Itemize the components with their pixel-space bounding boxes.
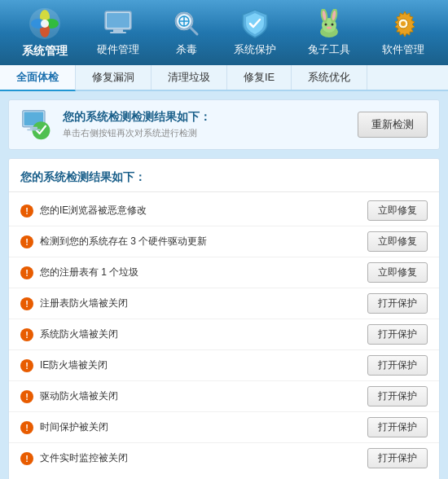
tab-repair-leak[interactable]: 修复漏洞 — [76, 65, 152, 90]
tab-sys-optimize[interactable]: 系统优化 — [292, 65, 367, 90]
result-left-8: ! 时间保护被关闭 — [20, 420, 108, 434]
nav-software[interactable]: 软件管理 — [382, 8, 424, 57]
nav-kill-label: 杀毒 — [176, 42, 197, 57]
summary-left: 您的系统检测检测结果如下： 单击右侧按钮再次对系统进行检测 — [20, 108, 211, 141]
summary-computer-icon — [20, 108, 53, 141]
nav-rabbit-label: 兔子工具 — [308, 42, 350, 57]
result-text-9: 文件实时监控被关闭 — [40, 451, 128, 465]
nav-kill[interactable]: 杀毒 — [171, 8, 202, 57]
summary-sub-text: 单击右侧按钮再次对系统进行检测 — [63, 127, 211, 139]
action-btn-4[interactable]: 打开保护 — [367, 293, 428, 314]
result-row-4: ! 注册表防火墙被关闭 打开保护 — [9, 288, 439, 319]
alert-icon-1: ! — [20, 204, 33, 218]
summary-main-text: 您的系统检测检测结果如下： — [63, 110, 211, 125]
result-row-9: ! 文件实时监控被关闭 打开保护 — [9, 443, 439, 473]
result-row-2: ! 检测到您的系统存在 3 个硬件驱动更新 立即修复 — [9, 226, 439, 257]
summary-text: 您的系统检测检测结果如下： 单击右侧按钮再次对系统进行检测 — [63, 110, 211, 139]
result-left-2: ! 检测到您的系统存在 3 个硬件驱动更新 — [20, 235, 207, 248]
alert-icon-3: ! — [20, 266, 33, 279]
recheck-button[interactable]: 重新检测 — [358, 112, 428, 138]
results-title: 您的系统检测结果如下： — [9, 167, 439, 192]
alert-icon-9: ! — [20, 452, 33, 465]
nav-hardware[interactable]: 硬件管理 — [97, 8, 139, 57]
svg-point-26 — [401, 21, 406, 26]
logo-icon — [28, 7, 62, 41]
nav-protect-label: 系统保护 — [234, 42, 276, 57]
tab-repair-ie[interactable]: 修复IE — [227, 65, 292, 90]
result-text-2: 检测到您的系统存在 3 个硬件驱动更新 — [40, 235, 207, 248]
result-text-6: IE防火墙被关闭 — [40, 358, 108, 372]
svg-point-5 — [41, 20, 49, 28]
result-text-8: 时间保护被关闭 — [40, 420, 108, 434]
svg-rect-30 — [30, 127, 37, 130]
result-row-8: ! 时间保护被关闭 打开保护 — [9, 412, 439, 443]
result-text-7: 驱动防火墙被关闭 — [40, 389, 118, 403]
result-text-1: 您的IE浏览器被恶意修改 — [40, 204, 147, 218]
action-btn-2[interactable]: 立即修复 — [367, 231, 428, 252]
gear-icon — [388, 8, 419, 39]
result-row-7: ! 驱动防火墙被关闭 打开保护 — [9, 381, 439, 412]
monitor-icon — [103, 8, 134, 39]
top-navigation-bar: 系统管理 硬件管理 — [0, 0, 448, 65]
alert-icon-5: ! — [20, 328, 33, 341]
action-btn-5[interactable]: 打开保护 — [367, 324, 428, 345]
result-left-1: ! 您的IE浏览器被恶意修改 — [20, 204, 147, 218]
svg-point-24 — [327, 27, 332, 29]
alert-icon-4: ! — [20, 297, 33, 310]
alert-icon-7: ! — [20, 390, 33, 403]
action-btn-1[interactable]: 立即修复 — [367, 200, 428, 221]
alert-icon-8: ! — [20, 421, 33, 434]
action-btn-6[interactable]: 打开保护 — [367, 355, 428, 376]
svg-point-22 — [324, 24, 327, 26]
result-left-5: ! 系统防火墙被关闭 — [20, 327, 118, 341]
result-row-5: ! 系统防火墙被关闭 打开保护 — [9, 319, 439, 350]
tabs-bar: 全面体检 修复漏洞 清理垃圾 修复IE 系统优化 — [0, 65, 448, 91]
result-text-4: 注册表防火墙被关闭 — [40, 297, 128, 310]
result-text-3: 您的注册表有 1 个垃圾 — [40, 266, 138, 279]
result-left-6: ! IE防火墙被关闭 — [20, 358, 108, 372]
result-row-3: ! 您的注册表有 1 个垃圾 立即修复 — [9, 257, 439, 288]
nav-hardware-label: 硬件管理 — [97, 42, 139, 57]
action-btn-3[interactable]: 立即修复 — [367, 262, 428, 283]
tab-full-check[interactable]: 全面体检 — [0, 65, 76, 91]
svg-rect-8 — [113, 29, 123, 32]
action-btn-7[interactable]: 打开保护 — [367, 386, 428, 406]
result-left-4: ! 注册表防火墙被关闭 — [20, 297, 128, 310]
action-btn-8[interactable]: 打开保护 — [367, 417, 428, 437]
results-section: 您的系统检测结果如下： ! 您的IE浏览器被恶意修改 立即修复 ! 检测到您的系… — [8, 158, 440, 479]
search-scan-icon — [171, 8, 202, 39]
tab-clean-junk[interactable]: 清理垃圾 — [152, 65, 227, 90]
nav-rabbit[interactable]: 兔子工具 — [308, 8, 350, 57]
svg-rect-31 — [27, 129, 40, 130]
nav-items: 硬件管理 杀毒 — [81, 8, 440, 57]
nav-protect[interactable]: 系统保护 — [234, 8, 276, 57]
svg-point-23 — [331, 24, 333, 26]
summary-banner: 您的系统检测检测结果如下： 单击右侧按钮再次对系统进行检测 重新检测 — [8, 99, 440, 150]
result-row-6: ! IE防火墙被关闭 打开保护 — [9, 350, 439, 381]
svg-line-12 — [190, 27, 197, 34]
result-left-3: ! 您的注册表有 1 个垃圾 — [20, 266, 138, 279]
shield-icon — [239, 8, 270, 39]
svg-rect-9 — [110, 32, 126, 33]
app-logo: 系统管理 — [8, 7, 81, 59]
result-left-9: ! 文件实时监控被关闭 — [20, 451, 128, 465]
app-title: 系统管理 — [22, 44, 68, 59]
result-text-5: 系统防火墙被关闭 — [40, 327, 118, 341]
nav-software-label: 软件管理 — [382, 42, 424, 57]
svg-rect-7 — [107, 13, 130, 28]
action-btn-9[interactable]: 打开保护 — [367, 448, 428, 468]
rabbit-icon — [314, 8, 345, 39]
alert-icon-2: ! — [20, 235, 33, 248]
alert-icon-6: ! — [20, 359, 33, 372]
result-left-7: ! 驱动防火墙被关闭 — [20, 389, 118, 403]
result-row-1: ! 您的IE浏览器被恶意修改 立即修复 — [9, 196, 439, 226]
